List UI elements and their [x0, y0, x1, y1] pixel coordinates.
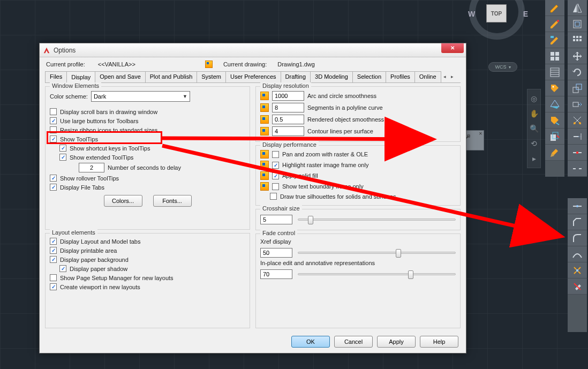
- checkbox-scroll-bars[interactable]: [50, 108, 57, 115]
- rotate-icon[interactable]: [568, 64, 587, 80]
- wcs-dropdown[interactable]: WCS▾: [488, 62, 517, 72]
- broom-icon[interactable]: [545, 145, 564, 161]
- tab-scroll-left[interactable]: ◂: [442, 73, 448, 80]
- break-icon[interactable]: [568, 161, 587, 177]
- navcube-west[interactable]: W: [468, 10, 475, 18]
- pencil-layer-icon[interactable]: [545, 32, 564, 48]
- slider-thumb[interactable]: [408, 270, 413, 279]
- copy-props-icon[interactable]: [545, 129, 564, 145]
- scale-icon[interactable]: [568, 80, 587, 96]
- tab-profiles[interactable]: Profiles: [386, 71, 415, 82]
- checkbox-extended-tooltips[interactable]: [59, 154, 66, 161]
- explode-icon[interactable]: [568, 262, 587, 278]
- zoom-extents-icon[interactable]: 🔍: [529, 124, 539, 133]
- join-icon[interactable]: [568, 198, 587, 214]
- tab-plot-publish[interactable]: Plot and Publish: [145, 71, 198, 82]
- offset-icon[interactable]: [568, 16, 587, 32]
- blend-icon[interactable]: [568, 246, 587, 262]
- showmotion-icon[interactable]: ▸: [529, 154, 539, 163]
- checkbox-rollover-tooltips[interactable]: [50, 175, 57, 182]
- extend-icon[interactable]: [568, 129, 587, 145]
- inplace-input[interactable]: 70: [260, 269, 292, 279]
- xref-input[interactable]: 50: [260, 248, 292, 258]
- cancel-button[interactable]: Cancel: [334, 336, 373, 348]
- apply-button[interactable]: Apply: [377, 336, 416, 348]
- trim-icon[interactable]: [568, 112, 587, 129]
- array-icon[interactable]: [568, 32, 587, 48]
- svg-rect-25: [576, 269, 578, 272]
- help-button[interactable]: Help: [420, 336, 458, 348]
- dialog-titlebar[interactable]: Options: [40, 43, 466, 57]
- tag-arrow-icon[interactable]: [545, 112, 564, 129]
- tab-scroll-right[interactable]: ▸: [449, 73, 456, 80]
- label-create-viewport: Create viewport in new layouts: [60, 284, 140, 290]
- delay-input[interactable]: 2: [79, 163, 104, 172]
- break-point-icon[interactable]: [568, 145, 587, 161]
- navcube-east[interactable]: E: [523, 10, 528, 18]
- move-icon[interactable]: [568, 48, 587, 64]
- fillet-icon[interactable]: [568, 230, 587, 246]
- color-scheme-select[interactable]: Dark ▼: [91, 91, 190, 102]
- checkbox-highlight-raster[interactable]: [272, 162, 279, 169]
- steering-wheel-icon[interactable]: ◎: [529, 94, 539, 103]
- checkbox-paper-bg[interactable]: [50, 256, 57, 263]
- pencil-edit-icon[interactable]: [545, 16, 564, 32]
- pan-icon[interactable]: ✋: [529, 109, 539, 118]
- contour-input[interactable]: 4: [272, 126, 304, 136]
- navcube-face[interactable]: TOP: [486, 4, 507, 22]
- tab-files[interactable]: Files: [45, 71, 67, 82]
- checkbox-text-boundary[interactable]: [272, 183, 279, 190]
- tab-user-prefs[interactable]: User Preferences: [225, 71, 281, 82]
- erase-icon[interactable]: [568, 278, 587, 295]
- inplace-label: In-place edit and annotative representat…: [260, 260, 375, 266]
- hatch-icon[interactable]: [545, 64, 564, 80]
- checkbox-page-setup[interactable]: [50, 274, 57, 281]
- tab-display[interactable]: Display: [66, 71, 95, 83]
- nav-bar[interactable]: ◎ ✋ 🔍 ⟲ ▸: [527, 89, 541, 168]
- plane-icon[interactable]: [545, 96, 564, 112]
- checkbox-pan-zoom[interactable]: [272, 151, 279, 158]
- checkbox-file-tabs[interactable]: [50, 184, 57, 191]
- checkbox-solid-fill[interactable]: [272, 172, 279, 179]
- checkbox-shortcut-keys[interactable]: [59, 145, 66, 152]
- segments-input[interactable]: 8: [272, 103, 304, 112]
- ok-button[interactable]: OK: [291, 336, 330, 348]
- rendered-input[interactable]: 0.5: [272, 115, 304, 124]
- tab-online[interactable]: Online: [414, 71, 441, 82]
- crosshair-input[interactable]: 5: [260, 215, 292, 224]
- fonts-button[interactable]: Fonts...: [153, 195, 192, 207]
- tab-open-and-save[interactable]: Open and Save: [95, 71, 145, 82]
- arc-smoothness-input[interactable]: 1000: [272, 91, 304, 101]
- crosshair-slider[interactable]: [298, 219, 456, 221]
- slider-thumb[interactable]: [308, 216, 313, 224]
- checkbox-printable-area[interactable]: [50, 247, 57, 254]
- stretch-icon[interactable]: [568, 96, 587, 112]
- close-icon[interactable]: ✕: [479, 131, 483, 136]
- xref-slider[interactable]: [298, 252, 456, 254]
- inplace-slider[interactable]: [298, 273, 456, 275]
- checkbox-large-buttons[interactable]: [50, 117, 57, 124]
- grid-icon[interactable]: [545, 48, 564, 64]
- colors-button[interactable]: Colors...: [104, 195, 142, 207]
- navcube[interactable]: TOP W E: [462, 0, 532, 43]
- checkbox-layout-tabs[interactable]: [50, 238, 57, 245]
- autocad-icon: [43, 47, 50, 54]
- tab-system[interactable]: System: [197, 71, 226, 82]
- checkbox-paper-shadow[interactable]: [59, 265, 66, 272]
- slider-thumb[interactable]: [396, 249, 401, 258]
- checkbox-create-viewport[interactable]: [50, 283, 57, 290]
- chamfer-icon[interactable]: [568, 214, 587, 230]
- tag-icon[interactable]: [545, 80, 564, 96]
- group-title-layout-elements: Layout elements: [50, 229, 97, 236]
- tab-drafting[interactable]: Drafting: [281, 71, 311, 82]
- orbit-icon[interactable]: ⟲: [529, 139, 539, 148]
- mirror-icon[interactable]: [568, 0, 587, 16]
- tab-selection[interactable]: Selection: [352, 71, 386, 82]
- tab-3d-modeling[interactable]: 3D Modeling: [310, 71, 353, 82]
- checkbox-true-silhouettes[interactable]: [270, 193, 277, 200]
- close-button[interactable]: [441, 43, 464, 53]
- tool-palette-1[interactable]: [545, 0, 564, 177]
- tool-palette-2[interactable]: [568, 0, 587, 332]
- pencil-icon[interactable]: [545, 0, 564, 16]
- drawing-label: Current drawing:: [223, 61, 267, 67]
